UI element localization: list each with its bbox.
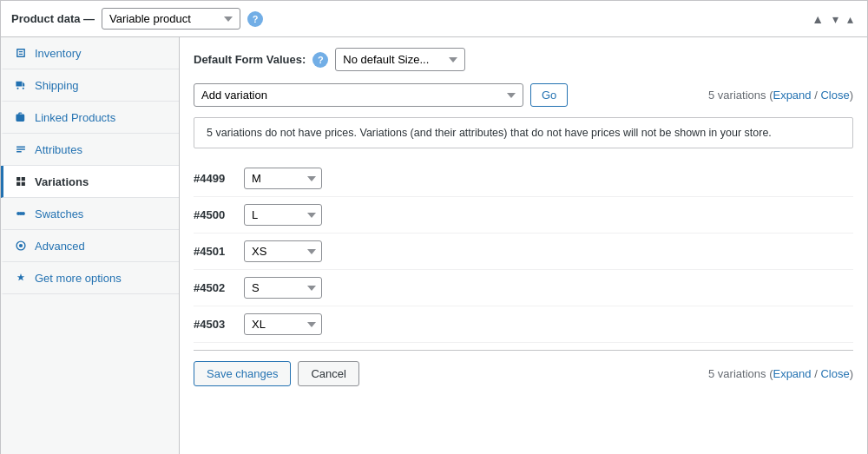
product-data-title: Product data — [11,12,95,25]
linked-products-icon [14,110,28,124]
warning-box: 5 variations do not have prices. Variati… [194,117,853,148]
sidebar-item-attributes[interactable]: Attributes [1,134,179,166]
variation-row: #4502Any SizeXSSMLXL [194,270,853,306]
sidebar-label-variations: Variations [35,175,89,188]
sidebar-label-inventory: Inventory [35,47,81,60]
close-link-bottom[interactable]: Close [820,367,849,380]
header-controls: ▲ ▾ ▴ [808,10,857,28]
variation-id: #4502 [194,281,237,294]
variation-row: #4500Any SizeXSSMLXL [194,197,853,234]
go-button[interactable]: Go [530,83,568,107]
collapse-up-button[interactable]: ▲ [808,10,827,28]
swatches-icon [14,207,28,220]
expand-link-bottom[interactable]: Expand [773,367,811,380]
sidebar-label-shipping: Shipping [35,79,79,92]
sidebar-item-inventory[interactable]: Inventory [1,37,179,69]
default-form-help-icon[interactable]: ? [312,52,328,68]
default-form-label: Default Form Values: [194,53,306,66]
sidebar: Inventory Shipping Linked Products [1,37,180,454]
variations-icon [14,174,28,188]
variation-id: #4500 [194,208,237,221]
default-form-select[interactable]: No default Size... [335,48,465,71]
variation-row: #4503Any SizeXSSMLXL [194,306,853,343]
collapse-button[interactable]: ▴ [844,10,857,28]
variation-size-select[interactable]: Any SizeXSSMLXL [244,204,322,226]
variations-count-bottom: 5 variations (Expand / Close) [708,367,853,380]
expand-link[interactable]: Expand [773,89,811,102]
variation-row: #4499Any SizeXSSMLXL [194,161,853,197]
sidebar-item-get-more-options[interactable]: Get more options [1,262,179,294]
shipping-icon [14,78,28,92]
sidebar-label-attributes: Attributes [35,143,82,156]
product-data-body: Inventory Shipping Linked Products [1,37,867,454]
sidebar-item-swatches[interactable]: Swatches [1,198,179,230]
svg-point-2 [22,212,25,215]
variation-size-select[interactable]: Any SizeXSSMLXL [244,313,322,335]
cancel-button[interactable]: Cancel [298,361,358,386]
add-variation-select[interactable]: Add variation [194,83,523,107]
product-data-container: Product data — Variable product ? ▲ ▾ ▴ … [0,0,868,454]
inventory-icon [14,46,28,60]
sidebar-label-advanced: Advanced [35,240,85,253]
footer-row: Save changes Cancel 5 variations (Expand… [194,350,853,390]
add-variation-row: Add variation Go 5 variations (Expand / … [194,83,853,107]
main-content: Default Form Values: ? No default Size..… [180,37,867,454]
variations-list: #4499Any SizeXSSMLXL#4500Any SizeXSSMLXL… [194,161,853,343]
variation-size-select[interactable]: Any SizeXSSMLXL [244,168,322,189]
variation-id: #4499 [194,172,237,185]
product-data-header: Product data — Variable product ? ▲ ▾ ▴ [1,1,867,37]
sidebar-item-shipping[interactable]: Shipping [1,69,179,102]
advanced-icon [14,239,28,253]
close-link[interactable]: Close [820,89,849,102]
sidebar-label-swatches: Swatches [35,207,83,220]
help-icon[interactable]: ? [247,11,263,27]
sidebar-label-get-more-options: Get more options [35,272,122,285]
default-form-row: Default Form Values: ? No default Size..… [194,48,853,71]
get-more-options-icon [14,271,28,285]
variation-row: #4501Any SizeXSSMLXL [194,234,853,270]
variation-id: #4503 [194,318,237,331]
sidebar-label-linked-products: Linked Products [35,111,115,124]
sidebar-item-advanced[interactable]: Advanced [1,230,179,262]
save-changes-button[interactable]: Save changes [194,361,291,386]
attributes-icon [14,142,28,156]
sidebar-item-linked-products[interactable]: Linked Products [1,102,179,134]
collapse-down-button[interactable]: ▾ [829,10,842,28]
product-type-select[interactable]: Variable product [102,8,240,30]
variation-size-select[interactable]: Any SizeXSSMLXL [244,240,322,262]
variation-id: #4501 [194,245,237,258]
variations-count-top: 5 variations (Expand / Close) [708,89,853,102]
variation-size-select[interactable]: Any SizeXSSMLXL [244,277,322,299]
sidebar-item-variations[interactable]: Variations [1,166,179,198]
